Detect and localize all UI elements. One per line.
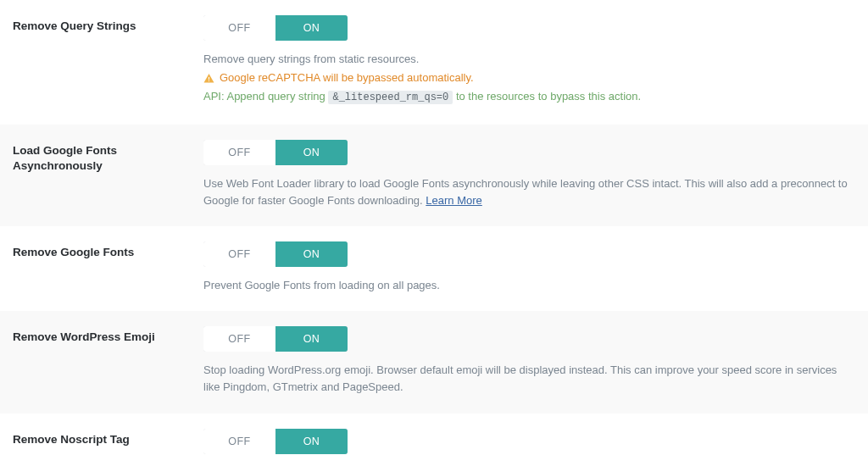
toggle-on-button[interactable]: ON [275, 15, 348, 41]
toggle-on-button[interactable]: ON [275, 241, 348, 267]
setting-content: OFF ON Use Web Font Loader library to lo… [203, 140, 855, 209]
setting-content: OFF ON Stop loading WordPress.org emoji.… [203, 326, 855, 396]
toggle-off-button[interactable]: OFF [203, 326, 275, 352]
toggle-on-button[interactable]: ON [275, 429, 348, 454]
warning-icon [203, 73, 214, 84]
setting-label: Remove Query Strings [13, 19, 203, 34]
warning-text: Google reCAPTCHA will be bypassed automa… [220, 69, 474, 86]
setting-description: Use Web Font Loader library to load Goog… [203, 175, 855, 209]
setting-row-remove-noscript: Remove Noscript Tag OFF ON This option w… [0, 413, 868, 455]
setting-label-col: Remove Noscript Tag [13, 429, 203, 455]
api-prefix: API: Append query string [203, 90, 328, 103]
toggle-on-button[interactable]: ON [275, 140, 348, 165]
svg-rect-0 [209, 77, 209, 80]
api-line: API: Append query string &_litespeed_rm_… [203, 88, 855, 106]
setting-content: OFF ON Remove query strings from static … [203, 15, 855, 108]
setting-label: Load Google Fonts Asynchronously [13, 143, 203, 174]
svg-rect-1 [209, 80, 209, 81]
setting-label: Remove Google Fonts [13, 245, 203, 260]
toggle-off-button[interactable]: OFF [203, 429, 275, 454]
setting-label-col: Remove WordPress Emoji [13, 326, 203, 396]
setting-label-col: Load Google Fonts Asynchronously [13, 140, 203, 209]
toggle-switch: OFF ON [203, 15, 348, 41]
setting-label-col: Remove Google Fonts [13, 241, 203, 294]
toggle-switch: OFF ON [203, 140, 348, 165]
toggle-switch: OFF ON [203, 241, 348, 267]
api-suffix: to the resources to bypass this action. [453, 90, 641, 103]
description-text: Remove query strings from static resourc… [203, 51, 855, 68]
setting-content: OFF ON This option will remove all <nosc… [203, 429, 855, 455]
setting-label: Remove WordPress Emoji [13, 330, 203, 345]
toggle-off-button[interactable]: OFF [203, 241, 275, 267]
setting-row-remove-google-fonts: Remove Google Fonts OFF ON Prevent Googl… [0, 226, 868, 311]
setting-description: Remove query strings from static resourc… [203, 51, 855, 106]
setting-row-remove-query-strings: Remove Query Strings OFF ON Remove query… [0, 0, 868, 125]
toggle-off-button[interactable]: OFF [203, 140, 275, 165]
setting-content: OFF ON Prevent Google Fonts from loading… [203, 241, 855, 294]
learn-more-link[interactable]: Learn More [426, 194, 481, 207]
toggle-on-button[interactable]: ON [275, 326, 348, 352]
setting-row-remove-wp-emoji: Remove WordPress Emoji OFF ON Stop loadi… [0, 311, 868, 413]
setting-label: Remove Noscript Tag [13, 432, 203, 447]
setting-row-load-google-fonts-async: Load Google Fonts Asynchronously OFF ON … [0, 125, 868, 226]
toggle-off-button[interactable]: OFF [203, 15, 275, 41]
warning-line: Google reCAPTCHA will be bypassed automa… [203, 69, 855, 86]
toggle-switch: OFF ON [203, 326, 348, 352]
setting-description: Prevent Google Fonts from loading on all… [203, 277, 855, 294]
toggle-switch: OFF ON [203, 429, 348, 454]
setting-description: Stop loading WordPress.org emoji. Browse… [203, 362, 855, 396]
description-text: Use Web Font Loader library to load Goog… [203, 177, 848, 207]
setting-label-col: Remove Query Strings [13, 15, 203, 108]
api-code: &_litespeed_rm_qs=0 [328, 91, 453, 104]
